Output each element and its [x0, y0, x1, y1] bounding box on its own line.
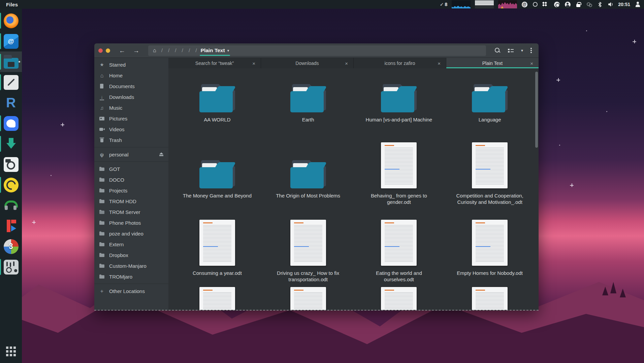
sidebar-bookmark-doco[interactable]: DOCO — [94, 174, 168, 185]
clock[interactable]: 20:51 — [618, 2, 630, 7]
file-item-driving-us-crazy-how-to-fix-transportation-odt[interactable]: Driving us crazy_ How to fix transportat… — [263, 206, 354, 284]
file-item[interactable] — [354, 284, 445, 310]
dock-item-rambox[interactable] — [0, 93, 22, 113]
tab-search-for-tweak[interactable]: Search for “tweak” × — [168, 58, 261, 68]
sidebar-item-home[interactable]: Home — [94, 70, 168, 81]
back-button[interactable]: ← — [117, 47, 128, 54]
forward-button[interactable]: → — [131, 47, 142, 54]
sidebar-bookmark-got[interactable]: GOT — [94, 164, 168, 174]
bluetooth-icon[interactable] — [597, 1, 603, 7]
sidebar-item-downloads[interactable]: Downloads — [94, 92, 168, 102]
firefox-icon — [4, 13, 19, 28]
menu-kebab-icon[interactable] — [530, 47, 532, 53]
dock-item-mail[interactable] — [0, 31, 22, 51]
tab-close-icon[interactable]: × — [345, 61, 348, 66]
file-item[interactable] — [263, 284, 354, 310]
file-item[interactable] — [172, 284, 263, 310]
breadcrumb-segment-trom[interactable] — [186, 47, 193, 53]
view-options-caret-icon[interactable]: ▾ — [521, 48, 523, 53]
at-mail-icon[interactable]: @ — [521, 1, 527, 7]
folder-icon — [199, 160, 235, 188]
dock-item-app-grid[interactable] — [0, 341, 22, 362]
cpu-graph-icon[interactable] — [452, 0, 471, 8]
file-item-human-vs-and-part-machine[interactable]: Human [vs-and-part] Machine — [354, 68, 445, 130]
file-item-aa-world[interactable]: AA WORLD — [172, 68, 263, 130]
tab-icons-for-zafiro[interactable]: icons for zafiro × — [354, 58, 446, 68]
memory-graph-icon[interactable] — [475, 0, 494, 8]
breadcrumb-segment-trom[interactable] — [172, 47, 179, 53]
file-item-language[interactable]: Language — [444, 68, 535, 130]
dock-item-firefox[interactable] — [0, 10, 22, 31]
tab-close-icon[interactable]: × — [252, 61, 255, 66]
dock-item-text-editor[interactable] — [0, 72, 22, 93]
file-item-the-money-game-and-beyond[interactable]: The Money Game and Beyond — [172, 130, 263, 206]
eject-button[interactable] — [159, 152, 164, 156]
file-item-the-origin-of-most-problems[interactable]: The Origin of Most Problems — [263, 130, 354, 206]
minimize-button[interactable] — [106, 48, 110, 53]
file-item-competition-and-cooperation-curiosity-and-motivation-odt[interactable]: Competition and Cooperation, Curiosity a… — [444, 130, 535, 206]
user-menu-icon[interactable] — [635, 1, 641, 7]
breadcrumb-segment-home[interactable] — [159, 47, 165, 53]
sidebar-bookmark-trom-server[interactable]: TROM Server — [94, 207, 168, 217]
sidebar-bookmark-custom-manjaro[interactable]: Custom-Manjaro — [94, 260, 168, 271]
sidebar-bookmark-poze-and-video[interactable]: poze and video — [94, 228, 168, 239]
lock-icon[interactable] — [575, 1, 581, 7]
document-thumbnail — [290, 220, 326, 266]
dock-item-files[interactable] — [0, 51, 22, 72]
file-item-behaving-from-genes-to-gender-odt[interactable]: Behaving_ from genes to gender.odt — [354, 130, 445, 206]
breadcrumb-segment-projects[interactable] — [165, 47, 172, 53]
folder-icon — [290, 160, 326, 188]
top-bar: Files ✓ 8 @ — [0, 0, 644, 9]
dock-item-audio-mixer[interactable] — [0, 257, 22, 277]
breadcrumb-current[interactable]: Plain Text ▾ — [200, 45, 230, 56]
dropbox-icon[interactable] — [543, 1, 549, 7]
sidebar-item-videos[interactable]: Videos — [94, 124, 168, 135]
dock-item-download-manager[interactable] — [0, 134, 22, 154]
file-item-empty-homes-for-nobody-odt[interactable]: Empty Homes for Nobody.odt — [444, 206, 535, 284]
scrollbar-thumb[interactable] — [535, 72, 538, 148]
sidebar-item-starred[interactable]: Starred — [94, 59, 168, 70]
account-icon[interactable] — [565, 1, 571, 7]
sidebar-bookmark-tromjaro[interactable]: TROMjaro — [94, 271, 168, 282]
tab-close-icon[interactable]: × — [438, 61, 441, 66]
close-button[interactable] — [98, 48, 103, 53]
wheel-app-icon[interactable] — [554, 1, 560, 7]
sidebar-separator — [94, 147, 168, 147]
sidebar-item-pictures[interactable]: Pictures — [94, 113, 168, 124]
sidebar-device-personal[interactable]: personal — [94, 149, 168, 160]
system-tray: @ — [521, 1, 614, 7]
breadcrumb-segment-trom-ebooks[interactable] — [193, 47, 199, 53]
dock-item-sphere-app[interactable] — [0, 236, 22, 257]
sidebar-item-other-locations[interactable]: Other Locations — [94, 286, 168, 296]
sidebar-bookmark-phone-photos[interactable]: Phone Photos — [94, 217, 168, 228]
app-menu[interactable]: Files — [0, 2, 24, 7]
dock-item-f-app[interactable] — [0, 216, 22, 236]
circle-app-icon[interactable] — [532, 1, 538, 7]
audio-mixer-icon — [4, 260, 19, 275]
sidebar-item-music[interactable]: Music — [94, 102, 168, 113]
dock-item-audio-player[interactable] — [0, 195, 22, 216]
dock-item-signal[interactable] — [0, 113, 22, 134]
breadcrumb-segment-all-trom-files[interactable] — [179, 47, 186, 53]
file-item-eating-the-world-and-ourselves-odt[interactable]: Eating the world and ourselves.odt — [354, 206, 445, 284]
keys-icon[interactable] — [586, 1, 592, 7]
view-toggle-icon[interactable] — [508, 48, 514, 53]
search-icon[interactable] — [494, 47, 501, 53]
sidebar-item-trash[interactable]: Trash — [94, 135, 168, 145]
tab-close-icon[interactable]: × — [530, 61, 533, 66]
sidebar-bookmark-extern[interactable]: Extern — [94, 239, 168, 250]
sidebar-bookmark-dropbox[interactable]: Dropbox — [94, 250, 168, 260]
volume-icon[interactable] — [608, 1, 614, 7]
dock-item-screenshot-tool[interactable] — [0, 154, 22, 175]
dock-item-clementine[interactable] — [0, 175, 22, 195]
file-item-consuming-a-year-odt[interactable]: Consuming a year.odt — [172, 206, 263, 284]
file-item-earth[interactable]: Earth — [263, 68, 354, 130]
sidebar-bookmark-projects[interactable]: Projects — [94, 185, 168, 196]
tab-plain-text[interactable]: Plain Text × — [446, 58, 539, 68]
sidebar-item-documents[interactable]: Documents — [94, 81, 168, 92]
tab-downloads[interactable]: Downloads × — [261, 58, 354, 68]
network-graph-icon[interactable] — [498, 0, 517, 8]
file-item[interactable] — [444, 284, 535, 310]
updates-indicator[interactable]: ✓ 8 — [440, 2, 448, 7]
sidebar-bookmark-trom-hdd[interactable]: TROM HDD — [94, 196, 168, 207]
